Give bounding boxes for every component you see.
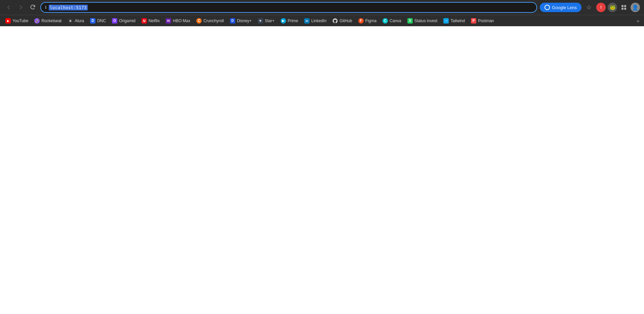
bookmark-tailwind[interactable]: ~ Tailwind	[441, 17, 468, 25]
bookmark-figma[interactable]: F Figma	[356, 17, 379, 25]
browser-chrome: ℹ localhost:5173 Google Lens ☆ ! 🐸	[0, 0, 644, 26]
bookmark-alura[interactable]: a Alura	[65, 17, 87, 25]
bookmark-netflix-label: Netflix	[149, 18, 160, 23]
bookmark-linkedin-label: LinkedIn	[311, 18, 326, 23]
bookmark-crunchyroll-label: Crunchyroll	[203, 18, 224, 23]
bookmark-starplus[interactable]: ★ Star+	[255, 17, 277, 25]
bookmark-hbomax[interactable]: m HBO Max	[163, 17, 193, 25]
bookmark-netflix[interactable]: N Netflix	[139, 17, 162, 25]
bookmark-status-invest-label: Status invest	[414, 18, 438, 23]
forward-button[interactable]	[16, 3, 26, 12]
bookmark-canva[interactable]: C Canva	[380, 17, 404, 25]
bookmark-github-label: GitHub	[339, 18, 352, 23]
bookmark-disney-label: Disney+	[237, 18, 252, 23]
bookmark-starplus-label: Star+	[265, 18, 275, 23]
google-lens-label: Google Lens	[552, 5, 577, 10]
bookmark-linkedin[interactable]: in LinkedIn	[301, 17, 329, 25]
navigation-bar: ℹ localhost:5173 Google Lens ☆ ! 🐸	[0, 0, 644, 15]
netflix-favicon: N	[142, 18, 147, 24]
refresh-button[interactable]	[28, 3, 38, 12]
url-text: localhost:5173	[49, 5, 88, 10]
youtube-favicon: ▶	[5, 18, 11, 24]
hbomax-favicon: m	[166, 18, 171, 24]
google-lens-button[interactable]: Google Lens	[540, 3, 581, 12]
linkedin-favicon: in	[304, 18, 310, 24]
bookmark-hbomax-label: HBO Max	[173, 18, 190, 23]
bookmark-youtube[interactable]: ▶ YouTube	[3, 17, 31, 25]
bookmark-postman[interactable]: P Postman	[468, 17, 496, 25]
extension-icon-2[interactable]: 🐸	[608, 3, 617, 12]
back-button[interactable]	[4, 3, 13, 12]
profile-avatar[interactable]: 👤	[631, 3, 640, 12]
extension-icon-1[interactable]: !	[596, 3, 606, 12]
bookmark-alura-label: Alura	[75, 18, 84, 23]
bookmark-postman-label: Postman	[478, 18, 494, 23]
more-bookmarks-button[interactable]: »	[635, 17, 641, 25]
lock-icon: ℹ	[45, 5, 47, 10]
bookmark-disney[interactable]: D Disney+	[227, 17, 254, 25]
figma-favicon: F	[358, 18, 364, 24]
bookmark-canva-label: Canva	[390, 18, 401, 23]
dnc-favicon: D	[90, 18, 95, 24]
bookmark-youtube-label: YouTube	[12, 18, 28, 23]
svg-rect-1	[624, 5, 626, 7]
origamid-favicon: O	[112, 18, 117, 24]
github-favicon	[332, 18, 338, 24]
bookmark-origamid-label: Origamid	[119, 18, 135, 23]
extension-icons-area: ! 🐸 👤	[596, 3, 640, 12]
address-bar[interactable]: ℹ localhost:5173	[40, 2, 537, 13]
svg-rect-0	[621, 5, 623, 7]
alura-favicon: a	[68, 18, 73, 24]
bookmark-crunchyroll[interactable]: C Crunchyroll	[194, 17, 227, 25]
prime-favicon: ▶	[281, 18, 286, 24]
crunchyroll-favicon: C	[196, 18, 202, 24]
bookmark-figma-label: Figma	[365, 18, 376, 23]
bookmarks-bar: ▶ YouTube 🚀 Rocketseat a Alura D DNC O O…	[0, 15, 644, 26]
rocketseat-favicon: 🚀	[34, 18, 40, 24]
bookmark-rocketseat-label: Rocketseat	[41, 18, 62, 23]
bookmark-dnc-label: DNC	[97, 18, 106, 23]
tailwind-favicon: ~	[443, 18, 449, 24]
bookmark-rocketseat[interactable]: 🚀 Rocketseat	[32, 17, 64, 25]
canva-favicon: C	[383, 18, 388, 24]
bookmark-prime[interactable]: ▶ Prime	[278, 17, 301, 25]
status-invest-favicon: S	[407, 18, 413, 24]
postman-favicon: P	[471, 18, 476, 24]
bookmark-tailwind-label: Tailwind	[450, 18, 465, 23]
bookmark-status-invest[interactable]: S Status invest	[405, 17, 440, 25]
disney-favicon: D	[230, 18, 235, 24]
starplus-favicon: ★	[258, 18, 263, 24]
bookmark-origamid[interactable]: O Origamid	[109, 17, 138, 25]
main-content-area	[0, 26, 644, 302]
extensions-button[interactable]	[619, 3, 629, 12]
bookmark-prime-label: Prime	[288, 18, 298, 23]
svg-rect-3	[624, 8, 626, 10]
google-lens-icon	[545, 5, 550, 10]
bookmark-star-button[interactable]: ☆	[584, 3, 594, 12]
svg-rect-2	[621, 8, 623, 10]
bookmark-dnc[interactable]: D DNC	[87, 17, 109, 25]
bookmark-github[interactable]: GitHub	[330, 17, 355, 25]
